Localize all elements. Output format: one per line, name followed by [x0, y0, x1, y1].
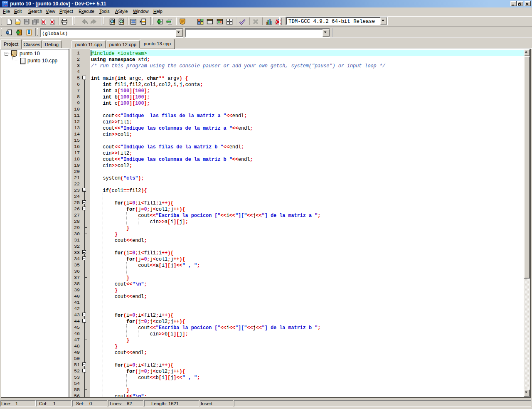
- svg-text:C++: C++: [3, 4, 7, 7]
- svg-text:DEV: DEV: [2, 1, 7, 4]
